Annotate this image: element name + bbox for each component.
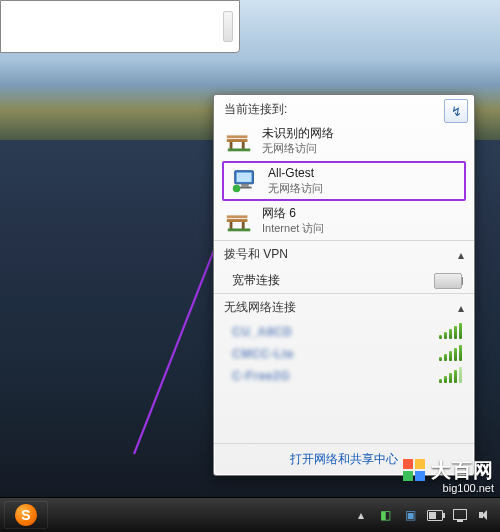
watermark-title: 大百网 xyxy=(431,460,494,480)
tray-app-icon[interactable]: ▣ xyxy=(402,507,418,523)
network-name: All-Gtest xyxy=(268,166,323,181)
svg-point-10 xyxy=(233,185,241,193)
background-window xyxy=(0,0,240,53)
diagnose-icon: ↯ xyxy=(451,104,462,119)
network-status: 无网络访问 xyxy=(262,141,334,156)
network-item-net6[interactable]: 网络 6 Internet 访问 xyxy=(214,202,474,240)
section-label: 拨号和 VPN xyxy=(224,246,288,263)
wifi-item[interactable]: CU_A8CD xyxy=(214,321,474,343)
svg-rect-11 xyxy=(227,219,248,222)
diagnose-button[interactable]: ↯ xyxy=(444,99,468,123)
wifi-section[interactable]: 无线网络连接 ▴ xyxy=(214,293,474,321)
sogou-icon: S xyxy=(15,504,37,526)
wifi-ssid: CMCC-Lte xyxy=(232,347,294,361)
broadband-label: 宽带连接 xyxy=(232,272,280,289)
svg-rect-5 xyxy=(228,149,251,152)
network-item-allgtest[interactable]: All-Gtest 无网络访问 xyxy=(222,161,466,201)
taskbar-sogou-button[interactable]: S xyxy=(4,501,48,529)
svg-rect-12 xyxy=(227,215,248,218)
network-item-unknown[interactable]: 未识别的网络 无网络访问 xyxy=(214,122,474,160)
tray-app-icon[interactable]: ◧ xyxy=(377,507,393,523)
watermark: 大百网 big100.net xyxy=(403,459,494,494)
tray-network-icon[interactable] xyxy=(452,507,468,523)
flyout-header: 当前连接到: ↯ xyxy=(214,95,474,122)
taskbar: S ▴ ◧ ▣ xyxy=(0,497,500,532)
svg-rect-9 xyxy=(238,187,251,189)
tray-overflow-button[interactable]: ▴ xyxy=(354,508,368,522)
svg-rect-15 xyxy=(228,229,251,232)
tray-volume-icon[interactable] xyxy=(477,507,493,523)
monitor-icon xyxy=(230,166,260,196)
chevron-up-icon: ▴ xyxy=(458,248,464,262)
wifi-item[interactable]: CMCC-Lte xyxy=(214,343,474,365)
dial-vpn-section[interactable]: 拨号和 VPN ▴ xyxy=(214,240,474,268)
section-label: 无线网络连接 xyxy=(224,299,296,316)
network-name: 未识别的网络 xyxy=(262,126,334,141)
watermark-url: big100.net xyxy=(403,483,494,494)
signal-icon xyxy=(439,325,462,339)
svg-rect-14 xyxy=(242,222,245,230)
wifi-list: CU_A8CD CMCC-Lte C-Free2G xyxy=(214,321,474,387)
wifi-item[interactable]: C-Free2G xyxy=(214,365,474,387)
flyout-title: 当前连接到: xyxy=(224,102,287,116)
svg-rect-8 xyxy=(241,184,249,187)
chevron-up-icon: ▴ xyxy=(458,301,464,315)
watermark-logo-icon xyxy=(403,459,425,481)
svg-rect-3 xyxy=(230,142,233,150)
modem-icon xyxy=(434,273,462,289)
current-connections: 未识别的网络 无网络访问 All-Gtest 无网络访问 网络 6 xyxy=(214,122,474,240)
svg-rect-4 xyxy=(242,142,245,150)
network-name: 网络 6 xyxy=(262,206,324,221)
open-network-center-link[interactable]: 打开网络和共享中心 xyxy=(290,452,398,466)
broadband-item[interactable]: 宽带连接 xyxy=(214,268,474,293)
signal-icon xyxy=(439,369,462,383)
network-status: 无网络访问 xyxy=(268,181,323,196)
wifi-ssid: CU_A8CD xyxy=(232,325,292,339)
tray-battery-icon[interactable] xyxy=(427,507,443,523)
signal-icon xyxy=(439,347,462,361)
system-tray: ▴ ◧ ▣ xyxy=(354,507,500,523)
bench-icon xyxy=(224,206,254,236)
svg-rect-2 xyxy=(227,135,248,138)
network-status: Internet 访问 xyxy=(262,221,324,236)
svg-rect-7 xyxy=(237,173,252,182)
svg-rect-13 xyxy=(230,222,233,230)
network-flyout: 当前连接到: ↯ 未识别的网络 无网络访问 All-Gtes xyxy=(213,94,475,476)
wifi-ssid: C-Free2G xyxy=(232,369,290,383)
bench-icon xyxy=(224,126,254,156)
svg-rect-1 xyxy=(227,139,248,142)
